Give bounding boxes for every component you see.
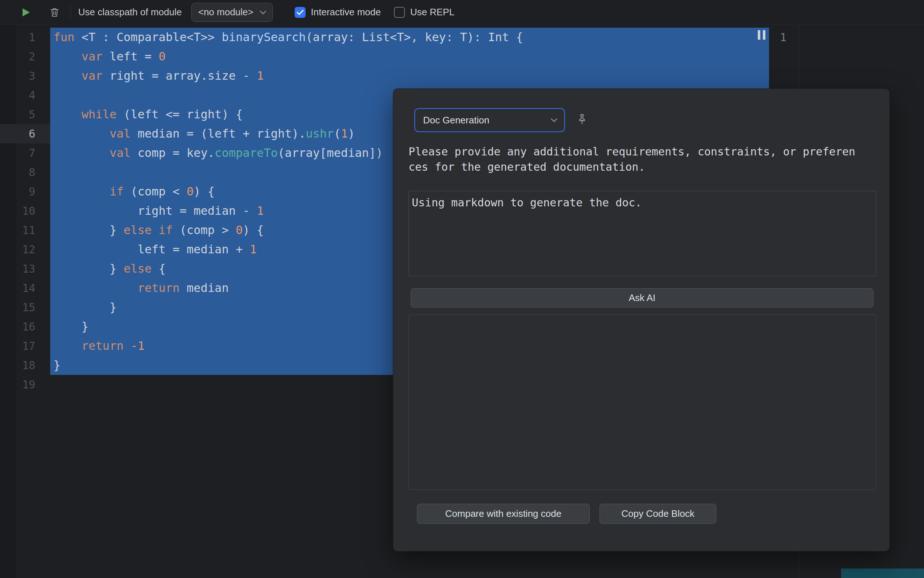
results-line-number: 1 bbox=[772, 28, 786, 47]
ask-ai-button[interactable]: Ask AI bbox=[411, 288, 874, 308]
line-number[interactable]: 7 bbox=[0, 143, 50, 163]
interactive-mode-label: Interactive mode bbox=[311, 6, 381, 18]
line-number[interactable]: 19 bbox=[0, 375, 50, 394]
line-number[interactable]: 15 bbox=[0, 298, 50, 317]
chevron-down-icon bbox=[550, 118, 558, 122]
line-number[interactable]: 4 bbox=[0, 86, 50, 105]
module-select-value: <no module> bbox=[198, 6, 254, 18]
code-line-content[interactable]: fun <T : Comparable<T>> binarySearch(arr… bbox=[50, 28, 769, 47]
line-number[interactable]: 6 bbox=[0, 124, 50, 143]
line-number[interactable]: 11 bbox=[0, 221, 50, 240]
run-button[interactable] bbox=[20, 7, 31, 18]
toolbar: Use classpath of module <no module> Inte… bbox=[0, 0, 924, 25]
interactive-mode-checkbox[interactable] bbox=[295, 7, 306, 18]
code-line: 1fun <T : Comparable<T>> binarySearch(ar… bbox=[0, 28, 769, 47]
code-line: 3 var right = array.size - 1 bbox=[0, 66, 769, 86]
line-number[interactable]: 10 bbox=[0, 201, 50, 221]
line-number[interactable]: 18 bbox=[0, 356, 50, 375]
use-repl-label: Use REPL bbox=[410, 6, 455, 18]
chevron-down-icon bbox=[259, 10, 267, 15]
module-select[interactable]: <no module> bbox=[191, 3, 273, 22]
pin-icon[interactable] bbox=[574, 111, 590, 127]
doc-mode-value: Doc Generation bbox=[423, 115, 489, 126]
pin-icon-glyph bbox=[576, 113, 588, 125]
prompt-input-value: Using markdown to generate the doc. bbox=[412, 196, 642, 209]
line-number[interactable]: 16 bbox=[0, 317, 50, 336]
prompt-hint: Please provide any additional requiremen… bbox=[409, 144, 858, 175]
line-number[interactable]: 9 bbox=[0, 182, 50, 201]
code-line-content[interactable]: var left = 0 bbox=[50, 47, 769, 66]
line-number[interactable]: 14 bbox=[0, 278, 50, 298]
use-repl-checkbox[interactable] bbox=[394, 7, 405, 18]
code-line-content[interactable]: var right = array.size - 1 bbox=[50, 66, 769, 86]
copy-code-button[interactable]: Copy Code Block bbox=[599, 504, 716, 524]
interactive-mode-toggle[interactable]: Interactive mode bbox=[295, 6, 381, 18]
line-number[interactable]: 2 bbox=[0, 47, 50, 66]
use-repl-toggle[interactable]: Use REPL bbox=[394, 6, 455, 18]
run-icon bbox=[21, 7, 31, 18]
line-number[interactable]: 5 bbox=[0, 105, 50, 124]
line-number[interactable]: 8 bbox=[0, 163, 50, 182]
prompt-input[interactable]: Using markdown to generate the doc. bbox=[409, 191, 876, 276]
doc-mode-select[interactable]: Doc Generation bbox=[414, 108, 565, 132]
trash-icon bbox=[49, 7, 60, 18]
corner-accent bbox=[841, 568, 924, 578]
line-number[interactable]: 1 bbox=[0, 28, 50, 47]
output-area bbox=[409, 315, 876, 490]
delete-button[interactable] bbox=[49, 6, 60, 18]
line-number[interactable]: 13 bbox=[0, 259, 50, 278]
line-number[interactable]: 3 bbox=[0, 66, 50, 86]
toolbar-separator bbox=[71, 6, 71, 19]
check-icon bbox=[296, 10, 304, 15]
line-number[interactable]: 12 bbox=[0, 240, 50, 259]
line-number[interactable]: 17 bbox=[0, 336, 50, 356]
pause-icon[interactable] bbox=[758, 30, 765, 40]
code-line: 2 var left = 0 bbox=[0, 47, 769, 66]
ai-doc-dialog: Doc Generation Please provide any additi… bbox=[393, 88, 890, 551]
compare-button[interactable]: Compare with existing code bbox=[417, 504, 590, 524]
classpath-label: Use classpath of module bbox=[78, 6, 182, 18]
